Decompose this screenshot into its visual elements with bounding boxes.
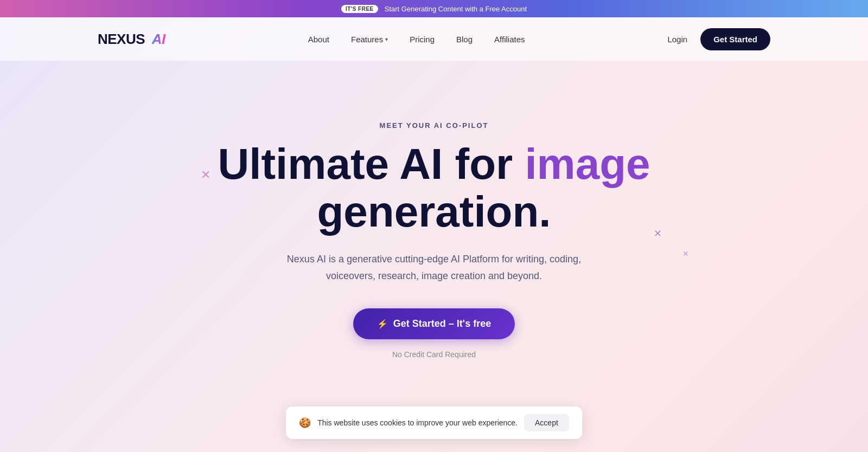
- hero-subtitle: Nexus AI is a generative cutting-edge AI…: [271, 251, 597, 284]
- chevron-down-icon: ▾: [385, 36, 388, 42]
- hero-title-part2: generation.: [317, 188, 551, 236]
- decorative-x-2: ✕: [654, 228, 662, 240]
- get-started-nav-button[interactable]: Get Started: [700, 28, 770, 50]
- no-credit-card-text: No Credit Card Required: [392, 350, 476, 359]
- announcement-bar: IT'S FREE Start Generating Content with …: [0, 0, 868, 17]
- lightning-icon: ⚡: [377, 319, 388, 329]
- nav-features[interactable]: Features ▾: [351, 35, 388, 44]
- hero-section: MEET YOUR AI CO-PILOT Ultimate AI for im…: [0, 61, 868, 419]
- accept-cookies-button[interactable]: Accept: [524, 414, 569, 431]
- hero-title-part1: Ultimate AI for: [218, 140, 525, 188]
- decorative-x-1: ✕: [201, 168, 210, 182]
- cookie-icon: 🍪: [299, 417, 311, 429]
- nav-pricing[interactable]: Pricing: [410, 35, 435, 44]
- logo[interactable]: NEXUS AI: [98, 31, 165, 48]
- nav-about[interactable]: About: [308, 35, 329, 44]
- hero-title-highlight: image: [525, 140, 650, 188]
- nav-links: About Features ▾ Pricing Blog Affiliates: [308, 35, 525, 44]
- hero-title: Ultimate AI for image generation.: [190, 140, 678, 236]
- hero-eyebrow: MEET YOUR AI CO-PILOT: [380, 121, 489, 130]
- hero-cta-label: Get Started – It's free: [393, 318, 491, 330]
- announcement-badge: IT'S FREE: [341, 5, 378, 13]
- announcement-text: Start Generating Content with a Free Acc…: [385, 5, 527, 13]
- logo-nexus: NEXUS: [98, 31, 145, 47]
- cookie-banner: 🍪 This website uses cookies to improve y…: [286, 406, 582, 439]
- login-link[interactable]: Login: [667, 35, 687, 44]
- nav-blog[interactable]: Blog: [456, 35, 473, 44]
- nav-affiliates[interactable]: Affiliates: [494, 35, 525, 44]
- hero-cta-button[interactable]: ⚡ Get Started – It's free: [353, 308, 515, 339]
- logo-ai: AI: [152, 31, 165, 47]
- decorative-x-3: ✕: [682, 249, 689, 258]
- navbar: NEXUS AI About Features ▾ Pricing Blog A…: [0, 17, 868, 61]
- cookie-text: This website uses cookies to improve you…: [317, 418, 518, 427]
- nav-right: Login Get Started: [667, 28, 770, 50]
